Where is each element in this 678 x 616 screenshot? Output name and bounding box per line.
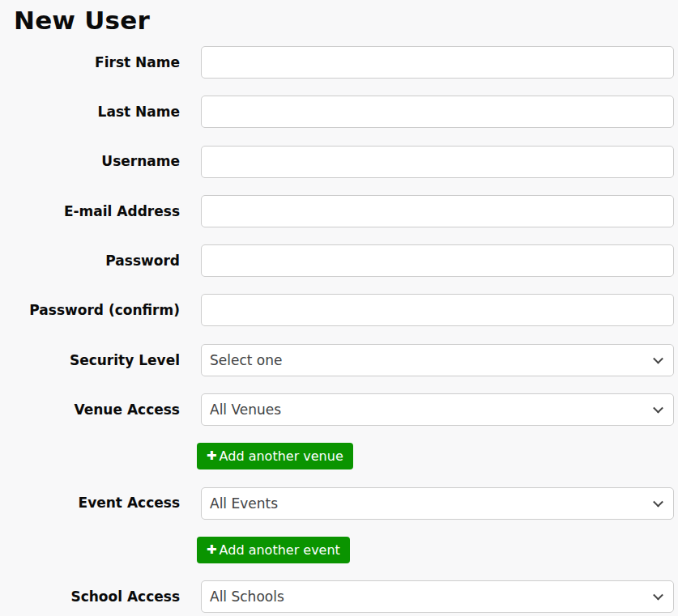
venue-access-control: All Venues (201, 393, 674, 426)
password-confirm-label: Password (confirm) (0, 302, 180, 318)
password-control (201, 244, 674, 277)
last-name-label: Last Name (0, 104, 180, 120)
last-name-control (201, 96, 674, 128)
plus-icon: ✚ (207, 450, 217, 462)
school-access-select[interactable]: All Schools (201, 580, 674, 613)
school-access-label: School Access (0, 588, 180, 605)
first-name-input[interactable] (201, 46, 674, 79)
event-access-select[interactable]: All Events (201, 487, 674, 520)
form-row-event-access: Event Access All Events (0, 487, 678, 520)
first-name-control (201, 46, 674, 79)
password-field[interactable] (201, 244, 674, 277)
password-confirm-field[interactable] (201, 294, 674, 326)
page-title: New User (14, 5, 678, 36)
event-access-control: All Events (201, 487, 674, 520)
email-field[interactable] (201, 195, 674, 227)
form-row-school-access: School Access All Schools (0, 580, 678, 613)
form-row-add-event: ✚ Add another event (0, 537, 678, 563)
form-row-username: Username (0, 146, 678, 178)
security-level-select[interactable]: Select one (201, 344, 674, 376)
plus-icon: ✚ (207, 544, 217, 556)
password-label: Password (0, 253, 180, 269)
venue-access-label: Venue Access (0, 401, 180, 418)
security-level-control: Select one (201, 344, 674, 376)
form-row-password-confirm: Password (confirm) (0, 294, 678, 326)
form-row-add-venue: ✚ Add another venue (0, 443, 678, 469)
add-event-control: ✚ Add another event (201, 537, 674, 563)
add-another-event-button[interactable]: ✚ Add another event (197, 537, 350, 563)
form-row-password: Password (0, 244, 678, 277)
username-label: Username (0, 153, 180, 169)
new-user-page: New User First Name Last Name Username E… (0, 5, 678, 616)
security-level-label: Security Level (0, 352, 180, 368)
password-confirm-control (201, 294, 674, 326)
last-name-input[interactable] (201, 96, 674, 128)
first-name-label: First Name (0, 54, 180, 70)
email-control (201, 195, 674, 227)
username-input[interactable] (201, 146, 674, 178)
venue-access-select[interactable]: All Venues (201, 393, 674, 426)
email-label: E-mail Address (0, 203, 180, 219)
form-row-venue-access: Venue Access All Venues (0, 393, 678, 426)
form-row-email: E-mail Address (0, 195, 678, 227)
form-row-last-name: Last Name (0, 96, 678, 128)
add-venue-control: ✚ Add another venue (201, 443, 674, 469)
form-row-first-name: First Name (0, 46, 678, 79)
event-access-label: Event Access (0, 495, 180, 511)
username-control (201, 146, 674, 178)
add-event-button-label: Add another event (220, 542, 340, 558)
new-user-form: First Name Last Name Username E-mail Add… (0, 46, 678, 613)
add-venue-button-label: Add another venue (220, 448, 343, 464)
school-access-control: All Schools (201, 580, 674, 613)
form-row-security-level: Security Level Select one (0, 344, 678, 376)
add-another-venue-button[interactable]: ✚ Add another venue (197, 443, 353, 469)
